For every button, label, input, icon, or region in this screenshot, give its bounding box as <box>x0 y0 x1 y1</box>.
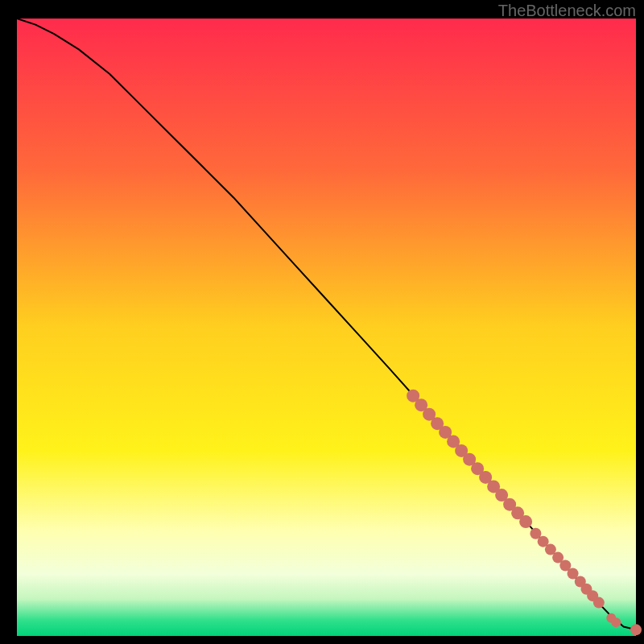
data-dot <box>630 624 642 635</box>
chart-svg <box>0 0 644 644</box>
chart-stage: TheBottleneck.com <box>0 0 644 644</box>
watermark-text: TheBottleneck.com <box>498 2 636 20</box>
data-dot <box>519 515 532 528</box>
data-dot <box>593 597 605 609</box>
data-dot <box>611 617 621 627</box>
